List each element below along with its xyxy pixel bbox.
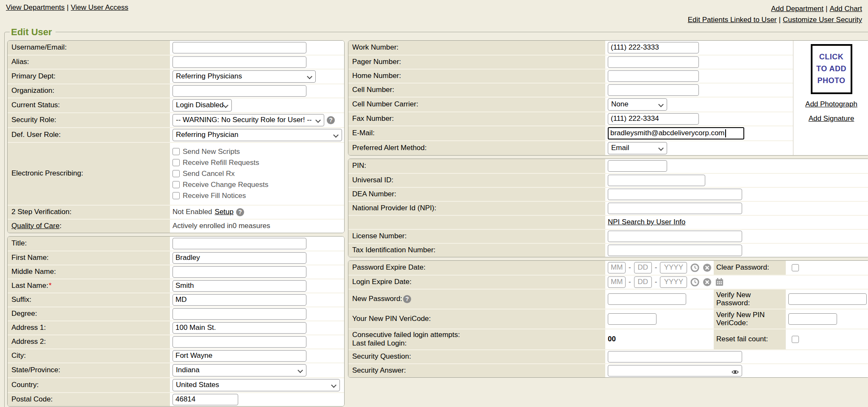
email-field[interactable]: bradleysmith@abcdeliverycorp.com bbox=[608, 127, 744, 139]
npi-label: National Provider Id (NPI): bbox=[352, 204, 436, 212]
universal-id-row: Universal ID: bbox=[348, 173, 868, 187]
edit-patients-linked-link[interactable]: Edit Patients Linked to User bbox=[688, 16, 777, 24]
city-row: City: bbox=[8, 348, 344, 362]
help-icon[interactable]: ? bbox=[403, 295, 411, 303]
quality-of-care-link[interactable]: Quality of Care bbox=[11, 222, 59, 230]
password-expire-mm-field[interactable] bbox=[608, 262, 626, 273]
suffix-field[interactable] bbox=[172, 294, 306, 306]
security-answer-field[interactable] bbox=[608, 365, 742, 376]
pager-number-field[interactable] bbox=[608, 56, 699, 68]
suffix-label: Suffix: bbox=[11, 295, 31, 304]
alert-method-select[interactable]: Email bbox=[608, 142, 667, 154]
city-field[interactable] bbox=[172, 350, 306, 362]
address2-field[interactable] bbox=[172, 336, 306, 348]
fax-number-field[interactable] bbox=[608, 113, 699, 125]
security-answer-label: Security Answer: bbox=[352, 366, 406, 375]
home-number-row: Home Number: bbox=[348, 69, 793, 83]
pin-vericode-field[interactable] bbox=[608, 313, 657, 325]
pin-field[interactable] bbox=[608, 160, 667, 172]
pin-label: PIN: bbox=[352, 162, 366, 170]
reset-fail-count-checkbox[interactable] bbox=[792, 336, 799, 343]
clock-icon[interactable] bbox=[690, 278, 699, 287]
clear-date-icon[interactable] bbox=[703, 263, 712, 272]
middle-name-field[interactable] bbox=[172, 266, 306, 278]
title-field[interactable] bbox=[172, 238, 306, 249]
first-name-field[interactable] bbox=[172, 252, 306, 264]
quality-of-care-status: Actively enrolled in0 measures bbox=[172, 222, 270, 230]
home-number-field[interactable] bbox=[608, 70, 699, 82]
view-departments-link[interactable]: View Departments bbox=[6, 3, 65, 11]
new-password-field[interactable] bbox=[608, 293, 686, 305]
def-user-role-select[interactable]: Referring Physician bbox=[172, 129, 342, 141]
last-name-field[interactable] bbox=[172, 280, 306, 292]
home-number-label: Home Number: bbox=[352, 72, 401, 80]
security-role-select[interactable]: -- WARNING: No Security Role for User! -… bbox=[172, 114, 324, 126]
cell-carrier-select[interactable]: None bbox=[608, 98, 667, 111]
login-expire-dd-field[interactable] bbox=[634, 276, 652, 288]
calendar-icon[interactable] bbox=[715, 278, 724, 287]
license-number-field[interactable] bbox=[608, 231, 742, 242]
send-new-scripts-checkbox[interactable] bbox=[172, 148, 180, 155]
npi-field[interactable] bbox=[608, 203, 742, 214]
universal-id-field[interactable] bbox=[608, 175, 705, 186]
organization-field[interactable] bbox=[172, 85, 306, 97]
two-step-setup-link[interactable]: Setup bbox=[215, 208, 234, 216]
alias-field[interactable] bbox=[172, 56, 306, 68]
address1-row: Address 1: bbox=[8, 321, 344, 335]
username-field[interactable] bbox=[172, 42, 306, 53]
dea-number-row: DEA Number: bbox=[348, 187, 868, 201]
address2-row: Address 2: bbox=[8, 335, 344, 348]
add-department-link[interactable]: Add Department bbox=[771, 5, 823, 13]
receive-change-requests-checkbox[interactable] bbox=[172, 181, 180, 188]
add-photograph-link[interactable]: Add Photograph bbox=[805, 100, 857, 109]
security-question-field[interactable] bbox=[608, 351, 742, 362]
electronic-prescribing-label: Electronic Prescribing: bbox=[11, 169, 83, 178]
reset-fail-count-label: Reset fail count: bbox=[716, 335, 768, 343]
email-label: E-Mail: bbox=[352, 129, 375, 137]
def-user-role-row: Def. User Role: Referring Physician bbox=[8, 127, 344, 142]
country-select[interactable]: United States bbox=[172, 379, 340, 391]
current-status-select[interactable]: Login Disabled bbox=[172, 99, 232, 112]
security-question-label: Security Question: bbox=[352, 352, 411, 361]
degree-field[interactable] bbox=[172, 308, 306, 320]
address1-field[interactable] bbox=[172, 322, 306, 334]
password-expire-dd-field[interactable] bbox=[634, 262, 652, 273]
add-photo-box[interactable]: CLICK TO ADD PHOTO bbox=[811, 44, 852, 94]
add-chart-link[interactable]: Add Chart bbox=[829, 5, 862, 13]
failed-attempts-row: Consecutive failed login attempts: Last … bbox=[348, 329, 868, 349]
tax-id-field[interactable] bbox=[608, 245, 742, 256]
primary-dept-select[interactable]: Referring Physicians bbox=[172, 70, 316, 83]
work-number-field[interactable] bbox=[608, 42, 699, 53]
clear-date-icon[interactable] bbox=[703, 278, 712, 287]
postal-code-field[interactable] bbox=[172, 394, 238, 405]
degree-label: Degree: bbox=[11, 309, 37, 318]
verify-new-password-label: Verify New Password: bbox=[716, 291, 783, 307]
login-expire-mm-field[interactable] bbox=[608, 276, 626, 288]
address1-label: Address 1: bbox=[11, 323, 46, 332]
work-number-label: Work Number: bbox=[352, 43, 398, 52]
receive-refill-requests-checkbox[interactable] bbox=[172, 159, 180, 166]
pager-number-row: Pager Number: bbox=[348, 55, 793, 69]
receive-fill-notices-checkbox[interactable] bbox=[172, 192, 180, 199]
view-user-access-link[interactable]: View User Access bbox=[71, 3, 128, 11]
password-expire-yyyy-field[interactable] bbox=[660, 262, 687, 273]
login-expire-yyyy-field[interactable] bbox=[660, 276, 687, 288]
dea-number-field[interactable] bbox=[608, 189, 742, 200]
npi-search-link[interactable]: NPI Search by User Info bbox=[608, 218, 685, 226]
clear-password-checkbox[interactable] bbox=[792, 264, 799, 271]
cell-number-field[interactable] bbox=[608, 84, 699, 96]
state-select[interactable]: Indiana bbox=[172, 364, 306, 376]
page-title: Edit User bbox=[10, 27, 56, 38]
send-cancel-rx-checkbox[interactable] bbox=[172, 170, 180, 177]
verify-new-password-field[interactable] bbox=[788, 293, 867, 305]
help-icon[interactable]: ? bbox=[236, 208, 244, 216]
add-signature-link[interactable]: Add Signature bbox=[809, 114, 854, 123]
work-number-row: Work Number: bbox=[348, 41, 793, 55]
eye-icon[interactable] bbox=[732, 368, 739, 377]
text-caret bbox=[725, 129, 726, 137]
clock-icon[interactable] bbox=[690, 263, 699, 272]
ep-option-send-new-scripts: Send New Scripts bbox=[172, 148, 268, 156]
help-icon[interactable]: ? bbox=[327, 116, 335, 124]
verify-pin-vericode-field[interactable] bbox=[788, 313, 837, 325]
customize-user-security-link[interactable]: Customize User Security bbox=[783, 16, 862, 24]
